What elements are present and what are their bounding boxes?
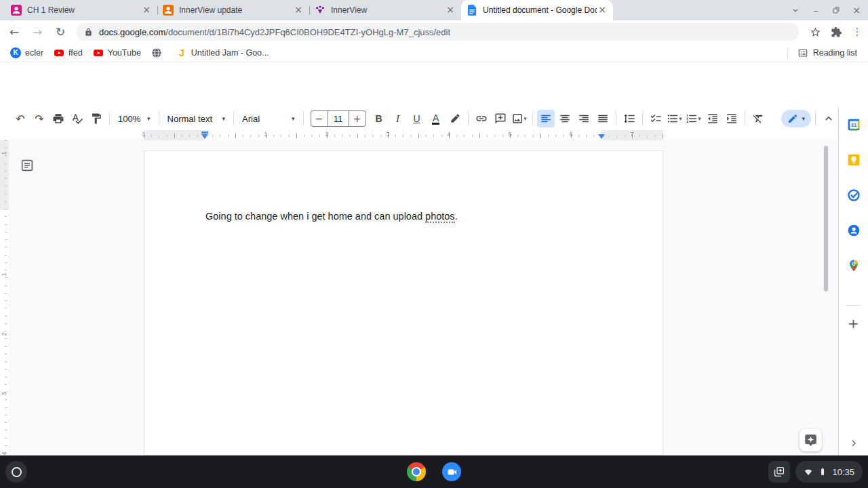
google-maps-icon[interactable] [847,259,861,272]
document-canvas: 11234567 11234 Going to change when i ge… [0,130,838,455]
first-line-indent-marker[interactable] [201,131,208,134]
lock-icon [84,28,93,37]
text-color-glyph: A [432,113,439,125]
toolbar-divider [616,112,616,125]
bookmark-star-icon[interactable] [806,23,824,41]
forward-button[interactable]: → [28,23,46,41]
hide-side-panel-chevron-icon[interactable] [848,438,859,449]
line-spacing[interactable] [620,110,638,127]
font-size-value[interactable]: 11 [328,111,349,126]
explore-button[interactable] [800,429,822,451]
redo-glyph: ↷ [35,113,43,125]
tab-close-icon[interactable]: × [141,5,152,16]
url-path: /document/d/1Bi7h4Cyd2JPFq6CI0BOH9DE4TZI… [165,27,450,37]
undo[interactable]: ↶ [12,110,29,127]
font-size-decrease[interactable]: − [311,111,328,126]
styles-select[interactable]: Normal text▾ [163,110,230,127]
show-document-outline-icon[interactable] [20,158,35,173]
zoom-app-icon[interactable] [442,462,461,481]
browser-tab[interactable]: CH 1 Review× [5,0,157,20]
highlight-color[interactable] [446,110,464,127]
font-size-increase[interactable]: + [349,111,366,126]
zoom-select-value: 100% [118,114,144,124]
reading-list-icon [797,47,808,58]
font-select[interactable]: Arial▾ [238,110,299,127]
left-indent-marker[interactable] [201,134,208,139]
add-comment[interactable] [492,110,509,127]
bold[interactable]: B [370,110,388,127]
bulleted-list[interactable]: ▾ [666,110,684,127]
youtube-icon [93,47,104,58]
clear-formatting[interactable] [749,110,767,127]
browser-tabs: CH 1 Review×InnerView update×InnerView×U… [0,0,868,20]
underline[interactable]: U [408,110,426,127]
tab-close-icon[interactable]: × [293,5,304,16]
back-button[interactable]: ← [5,23,23,41]
wifi-icon [804,467,813,476]
tab-search-chevron-icon[interactable] [785,0,806,20]
extensions-puzzle-icon[interactable] [827,23,845,41]
tab-close-icon[interactable]: × [445,5,456,16]
document-text[interactable]: Going to change when i get home and can … [205,211,458,222]
browser-menu-icon[interactable]: ⋮ [848,23,866,41]
launcher-button[interactable] [5,461,27,483]
caret-down-icon: ▾ [802,115,805,122]
horizontal-ruler[interactable]: 11234567 [0,130,838,140]
reload-button[interactable]: ↻ [52,23,69,41]
hide-menus[interactable] [820,110,837,127]
insert-link[interactable] [473,110,490,127]
screen-capture-button[interactable] [768,461,790,483]
bold-glyph: B [376,113,382,124]
minimize-button[interactable]: – [806,0,826,20]
reading-list-button[interactable]: Reading list [787,47,857,58]
bookmark-ffed[interactable]: ffed [54,47,83,58]
bookmark-globe[interactable] [151,47,166,58]
text-color[interactable]: A [427,110,445,127]
bookmark-youtube[interactable]: YouTube [93,47,141,58]
italic-glyph: I [396,113,399,125]
chrome-app-icon[interactable] [407,462,426,481]
document-page[interactable]: Going to change when i get home and can … [144,150,663,455]
get-add-ons-button[interactable]: + [848,317,859,330]
editing-mode[interactable]: ▾ [781,110,811,127]
bookmarks: KeclerffedYouTubeJUntitled Jam - Goo... [0,47,269,58]
k-badge-icon: K [10,47,21,58]
close-window-button[interactable]: × [846,0,867,20]
align-right[interactable] [575,110,593,127]
right-indent-marker[interactable] [598,134,605,139]
numbered-list[interactable]: ▾ [685,110,703,127]
align-justify[interactable] [594,110,612,127]
insert-image[interactable]: ▾ [511,110,528,127]
paint-format[interactable] [87,110,105,127]
restore-window-button[interactable] [826,0,846,20]
browser-tab[interactable]: Untitled document - Google Docs× [461,0,613,20]
chromeos-shelf: 10:35 [0,455,868,488]
clear-formatting-icon [752,113,764,125]
address-bar[interactable]: docs.google.com/document/d/1Bi7h4Cyd2JPF… [76,23,799,41]
bookmark-untitled-jam-goo[interactable]: JUntitled Jam - Goo... [176,47,269,58]
zoom-select[interactable]: 100%▾ [114,110,155,127]
bookmark-ecler[interactable]: Kecler [10,47,43,58]
print[interactable] [50,110,67,127]
spelling-grammar-check[interactable] [68,110,86,127]
tab-close-icon[interactable]: × [597,5,608,16]
align-left[interactable] [537,110,555,127]
vertical-scrollbar[interactable] [824,146,828,291]
google-calendar-icon[interactable] [847,118,861,131]
ruler-number: 1 [1,149,7,157]
google-keep-icon[interactable] [847,153,861,167]
system-tray[interactable]: 10:35 [795,461,863,483]
google-contacts-icon[interactable] [847,224,861,237]
vertical-ruler[interactable]: 11234 [0,140,9,455]
align-center[interactable] [556,110,574,127]
browser-tab[interactable]: InnerView update× [157,0,309,20]
checklist[interactable] [647,110,665,127]
decrease-indent[interactable] [704,110,722,127]
italic[interactable]: I [389,110,407,127]
insert-link-icon [475,113,488,125]
google-tasks-icon[interactable] [847,188,861,202]
browser-tab[interactable]: InnerView× [309,0,461,20]
redo[interactable]: ↷ [31,110,48,127]
increase-indent[interactable] [723,110,741,127]
editing-mode-icon [787,113,798,124]
